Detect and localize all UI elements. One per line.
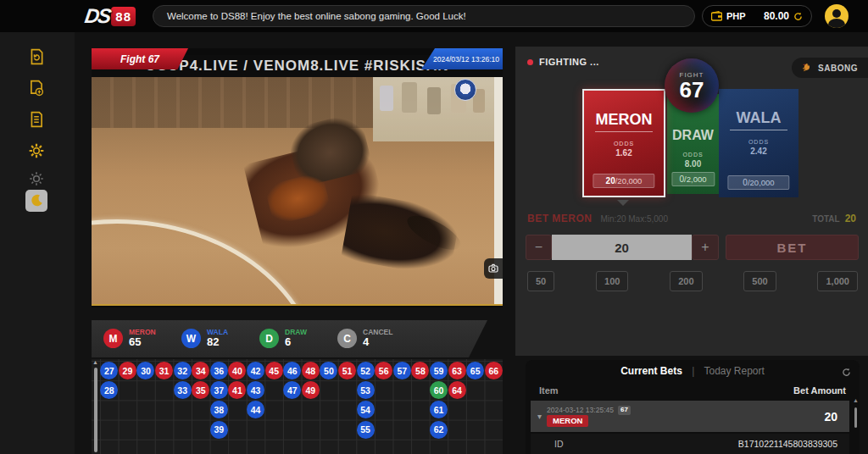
grid-scrollbar[interactable]	[94, 368, 97, 452]
decrease-amount-button[interactable]: −	[526, 235, 552, 260]
result-number-circle: 54	[357, 401, 375, 418]
result-number-circle: 27	[100, 362, 118, 379]
video-timestamp-badge: 2024/03/12 13:26:10	[421, 48, 503, 69]
ds88-logo[interactable]: DS 88	[85, 4, 136, 28]
left-sidebar	[0, 32, 75, 454]
fight-results-grid[interactable]: ▲ 27282930313233343536373839404142434445…	[92, 359, 503, 454]
result-number-circle: 40	[228, 362, 246, 379]
result-letter-badge: M	[103, 329, 123, 348]
quick-amount-chip[interactable]: 50	[527, 271, 554, 291]
cockpit-arena	[92, 74, 503, 306]
fight-number-orb: FIGHT 67	[665, 58, 719, 113]
bets-tabs: Current Bets | Today Report	[526, 365, 860, 377]
result-number-circle: 32	[174, 362, 192, 379]
grid-scroll-up-icon[interactable]: ▲	[92, 359, 98, 365]
result-count: 82	[207, 336, 228, 349]
bet-id-value: B1710221145803839305	[738, 439, 837, 449]
light-mode-icon[interactable]	[25, 168, 47, 190]
result-number-circle: 56	[375, 362, 392, 379]
result-count: 65	[129, 336, 156, 349]
switch-camera-icon[interactable]	[484, 258, 503, 279]
tab-today-report[interactable]: Today Report	[704, 365, 764, 377]
bet-records-icon[interactable]	[25, 77, 47, 99]
bet-limits: Min:20 Max:5,000	[601, 214, 669, 224]
user-avatar[interactable]	[825, 4, 849, 28]
meron-bet-card[interactable]: MERON ODDS 1.62 20/20,000	[582, 89, 665, 197]
result-number-circle: 55	[357, 421, 375, 439]
refresh-balance-icon[interactable]	[793, 12, 803, 21]
settings-gear-icon[interactable]	[25, 140, 47, 162]
quick-amount-chip[interactable]: 1,000	[817, 271, 858, 291]
result-letter-badge: W	[181, 329, 201, 348]
game-history-icon[interactable]	[25, 46, 47, 68]
refresh-bets-icon[interactable]	[842, 365, 851, 380]
app-root: DS 88 Welcome to DS88! Enjoy the best on…	[0, 0, 868, 454]
result-number-circle: 43	[247, 381, 264, 399]
live-video-player[interactable]: UCUP4.LIVE / VENOM8.LIVE #RISKISAN	[92, 48, 503, 307]
result-number-circle: 45	[265, 362, 283, 379]
bets-column-headers: Item Bet Amount	[539, 385, 846, 396]
bet-fight-number-badge: 67	[618, 406, 631, 414]
fight-status: FIGHTING ...	[527, 57, 599, 67]
tab-current-bets[interactable]: Current Bets	[620, 365, 682, 377]
bet-amount-input[interactable]	[552, 235, 692, 260]
result-count: 6	[285, 336, 307, 349]
bets-scrollbar[interactable]	[854, 407, 857, 428]
result-number-circle: 28	[100, 381, 118, 399]
result-number-circle: 38	[210, 401, 228, 418]
result-number-circle: 48	[302, 362, 320, 379]
bet-side-badge: MERON	[547, 415, 588, 427]
draw-bet-total: 0/2,000	[671, 172, 715, 186]
increase-amount-button[interactable]: +	[692, 235, 719, 260]
selected-card-pointer-icon	[617, 200, 629, 206]
balance-value: 80.00	[764, 10, 789, 22]
results-summary-bar: M MERON 65 W WALA 82 D DRAW 6 C CANCEL	[92, 320, 487, 357]
quick-amount-chip[interactable]: 100	[596, 271, 628, 291]
result-number-circle: 37	[210, 381, 228, 399]
video-screen: UCUP4.LIVE / VENOM8.LIVE #RISKISAN	[92, 48, 503, 306]
welcome-text: Welcome to DS88! Enjoy the best online s…	[167, 11, 466, 21]
sabong-label: SABONG	[818, 64, 858, 73]
betting-panel: FIGHTING ... SABONG FIGHT 67 MERON ODDS …	[515, 47, 868, 356]
result-number-circle: 51	[338, 362, 356, 379]
result-number-circle: 53	[357, 381, 375, 399]
dark-mode-icon[interactable]	[25, 190, 47, 212]
current-bets-panel: Current Bets | Today Report Item Bet Amo…	[526, 360, 860, 454]
bet-row[interactable]: ▾ 2024-03-12 13:25:45 67 MERON 20	[531, 401, 849, 432]
result-letter-badge: D	[259, 329, 279, 348]
result-number-circle: 65	[466, 362, 484, 379]
spectators-area	[373, 77, 495, 141]
result-number-circle: 41	[228, 381, 246, 399]
welcome-marquee: Welcome to DS88! Enjoy the best online s…	[153, 5, 695, 27]
report-icon[interactable]	[25, 108, 47, 130]
quick-amount-chip[interactable]: 500	[743, 271, 776, 291]
result-number-circle: 47	[283, 381, 301, 399]
result-number-circle: 39	[210, 421, 228, 439]
result-number-circle: 46	[283, 362, 301, 379]
result-letter-badge: C	[337, 329, 357, 348]
bet-form-header: BET MERON Min:20 Max:5,000 TOTAL20	[527, 213, 856, 224]
result-number-circle: 59	[430, 362, 448, 379]
result-number-circle: 33	[174, 381, 192, 399]
result-number-circle: 60	[430, 381, 448, 399]
meron-bet-total: 20/20,000	[593, 174, 654, 188]
sabong-tab[interactable]: SABONG	[792, 58, 868, 78]
result-number-circle: 63	[448, 362, 466, 379]
quick-amount-chip[interactable]: 200	[670, 271, 702, 291]
result-legend-item: C CANCEL 4	[337, 329, 393, 350]
bets-scroll-up-icon[interactable]: ▲	[853, 397, 859, 403]
wala-bet-card[interactable]: WALA ODDS 2.42 0/20,000	[719, 89, 798, 197]
wallet-icon	[711, 11, 722, 21]
wala-bet-total: 0/20,000	[727, 175, 789, 190]
rooster-icon	[800, 62, 813, 75]
chevron-down-icon[interactable]: ▾	[537, 412, 542, 421]
result-number-circle: 57	[393, 362, 411, 379]
result-count: 4	[363, 336, 392, 349]
currency-label: PHP	[726, 11, 746, 21]
result-number-circle: 34	[192, 362, 209, 379]
fight-number-badge: Fight 67	[92, 48, 188, 69]
result-number-circle: 50	[320, 362, 337, 379]
bet-button[interactable]: BET	[726, 235, 859, 260]
result-number-circle: 52	[357, 362, 375, 379]
wallet-balance[interactable]: PHP 80.00	[702, 5, 812, 27]
